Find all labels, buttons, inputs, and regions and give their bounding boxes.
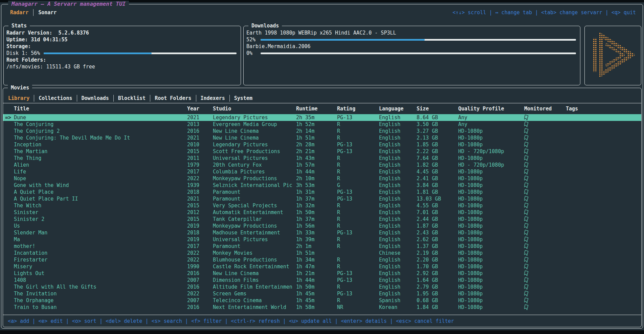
cell-language: English <box>379 202 417 209</box>
cell-year: 1990 <box>187 263 213 270</box>
movies-tab-root-folders[interactable]: Root Folders <box>150 95 196 101</box>
cell-studio: Dimension Films <box>213 277 296 284</box>
movies-tab-collections[interactable]: Collections <box>34 95 76 101</box>
download-percent-label: 0% <box>246 50 257 57</box>
cell-runtime: 1h 21m <box>296 270 337 277</box>
table-row[interactable]: Gone with the Wind1939Selznick Internati… <box>3 182 641 189</box>
selection-marker <box>3 148 14 155</box>
cell-tags <box>566 141 641 148</box>
column-header-title: Title <box>14 106 187 112</box>
cell-runtime: 1h 50m <box>296 284 337 290</box>
selection-marker <box>3 297 14 304</box>
servarr-tab-radarr[interactable]: Radarr <box>5 9 33 16</box>
cell-language: English <box>379 270 417 277</box>
cell-language: English <box>379 182 417 189</box>
cell-size: 2.62 GB <box>417 236 458 243</box>
cell-quality-profile: HD-1080p <box>458 243 524 250</box>
stats-line: Radarr Version: 5.2.6.8376 <box>6 29 238 36</box>
progress-gauge: Disk 1: 56% <box>6 50 238 57</box>
bookmark-icon <box>524 169 529 175</box>
table-row[interactable]: Misery1990Castle Rock Entertainment1h 47… <box>3 263 641 270</box>
cell-rating: R <box>337 155 379 162</box>
cell-year: 2019 <box>187 236 213 243</box>
cell-year: 2016 <box>187 128 213 134</box>
movies-tab-system[interactable]: System <box>230 95 257 101</box>
cell-title: Misery <box>14 263 187 270</box>
cell-studio: Blumhouse Productions <box>213 256 296 263</box>
table-row[interactable]: The Conjuring 22016New Line Cinema2h 14m… <box>3 128 641 134</box>
cell-size: 1.95 GB <box>417 290 458 297</box>
table-row[interactable]: Us2019Monkeypaw Productions1h 56mREnglis… <box>3 223 641 229</box>
selection-marker <box>3 202 14 209</box>
table-row[interactable]: Slender Man2018Madhouse Entertainment1h … <box>3 229 641 236</box>
cell-tags <box>566 256 641 263</box>
cell-runtime: 1h 45m <box>296 297 337 304</box>
cell-monitored <box>524 195 566 202</box>
table-row[interactable]: The Thing2011Universal Pictures1h 43mREn… <box>3 155 641 162</box>
movies-tab-downloads[interactable]: Downloads <box>77 95 113 101</box>
movies-tab-blocklist[interactable]: Blocklist <box>114 95 150 101</box>
bookmark-icon <box>524 175 529 182</box>
table-row[interactable]: A Quiet Place Part II2021Paramount1h 37m… <box>3 195 641 202</box>
table-row[interactable]: Lights Out2016New Line Cinema1h 21mPG-13… <box>3 270 641 277</box>
table-row[interactable]: The Girl with All the Gifts2016Altitude … <box>3 284 641 290</box>
cell-runtime: 1h 39m <box>296 236 337 243</box>
cell-monitored <box>524 182 566 189</box>
cell-title: mother! <box>14 243 187 250</box>
cell-runtime: 1h 31m <box>296 189 337 195</box>
table-row[interactable]: 14082007Dimension Films1h 44mPG-13Englis… <box>3 277 641 284</box>
table-row[interactable]: The Invitation2022Screen Gems1h 45mPG-13… <box>3 290 641 297</box>
table-row[interactable]: mother!2017Paramount2h 1mREnglish1.37 GB… <box>3 243 641 250</box>
cell-year: 2021 <box>187 114 213 121</box>
bookmark-icon <box>524 291 529 297</box>
cell-year: 2022 <box>187 250 213 256</box>
selection-marker <box>3 134 14 141</box>
cell-quality-profile: HD-1080p <box>458 297 524 304</box>
cell-runtime: 2h 28m <box>296 141 337 148</box>
table-row[interactable]: The Orphanage2007Telecinco Cinema1h 45mR… <box>3 297 641 304</box>
selection-marker <box>3 175 14 182</box>
cell-year: 2016 <box>187 284 213 290</box>
selection-marker <box>3 168 14 175</box>
hint-update-all: <u> update all <box>289 318 332 324</box>
table-row[interactable]: The Witch2015Very Special Projects1h 32m… <box>3 202 641 209</box>
cell-size: 3.27 GB <box>417 128 458 134</box>
table-row[interactable]: Life2017Columbia Pictures1h 44mREnglish4… <box>3 168 641 175</box>
bookmark-icon <box>524 297 529 304</box>
cell-year: 2007 <box>187 297 213 304</box>
cell-runtime: 1h 45m <box>296 290 337 297</box>
selection-marker <box>3 195 14 202</box>
table-row[interactable]: Ma2019Universal Pictures1h 39mREnglish2.… <box>3 236 641 243</box>
bookmark-icon <box>524 236 529 243</box>
cell-quality-profile: HD-1080p <box>458 216 524 223</box>
bookmark-icon <box>524 155 529 161</box>
stats-panel-title: Stats <box>8 22 30 29</box>
movies-tab-indexers[interactable]: Indexers <box>196 95 229 101</box>
cell-rating: PG-13 <box>337 195 379 202</box>
cell-language: English <box>379 223 417 229</box>
table-row[interactable]: The Martian2015Scott Free Productions2h … <box>3 148 641 155</box>
table-row[interactable]: Alien197920th Century Fox1h 57mREnglish1… <box>3 162 641 168</box>
table-row[interactable]: Incantation2022Monkey Movies1h 51mChines… <box>3 250 641 256</box>
table-row[interactable]: Train to Busan2016Next Entertainment Wor… <box>3 304 641 311</box>
table-row[interactable]: Sinister2012Automatik Entertainment1h 50… <box>3 209 641 216</box>
table-row[interactable]: Firestarter2022Blumhouse Productions1h 3… <box>3 256 641 263</box>
cell-size: 2.41 GB <box>417 175 458 182</box>
cell-rating: R <box>337 284 379 290</box>
cell-studio: New Line Cinema <box>213 134 296 141</box>
cell-size: 1.82 GB <box>417 162 458 168</box>
cell-quality-profile: HD-1080p <box>458 304 524 311</box>
table-row[interactable]: The Conjuring: The Devil Made Me Do It20… <box>3 134 641 141</box>
cell-language: English <box>379 195 417 202</box>
cell-title: Firestarter <box>14 256 187 263</box>
cell-monitored <box>524 277 566 284</box>
table-row[interactable]: =>Dune2021Legendary Pictures2h 35mPG-13E… <box>3 114 641 121</box>
movies-tab-library[interactable]: Library <box>4 95 34 101</box>
column-header-size: Size <box>417 106 458 112</box>
table-row[interactable]: Inception2010Legendary Pictures2h 28mPG-… <box>3 141 641 148</box>
table-row[interactable]: A Quiet Place2018Paramount1h 31mPG-13Eng… <box>3 189 641 195</box>
servarr-tab-sonarr[interactable]: Sonarr <box>34 9 61 16</box>
table-row[interactable]: Nope2022Monkeypaw Productions2h 10mREngl… <box>3 175 641 182</box>
table-row[interactable]: The Conjuring2013Evergreen Media Group1h… <box>3 121 641 128</box>
table-row[interactable]: Sinister 22015Tank Caterpillar1h 37mREng… <box>3 216 641 223</box>
